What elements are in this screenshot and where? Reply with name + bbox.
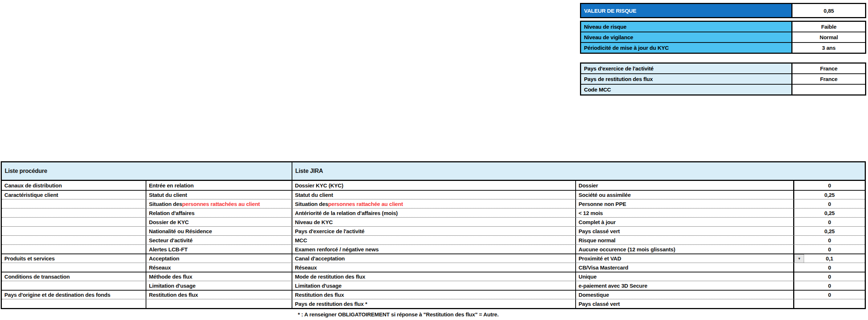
kyc-period-label-cell: Périodicité de mise à jour du KYC: [581, 43, 791, 53]
table-header-row: Liste procédure Liste JIRA: [2, 162, 865, 181]
jira-answer-cell[interactable]: Pays classé vert: [575, 227, 793, 235]
category-cell: Conditions de transaction: [2, 272, 146, 281]
jira-item-cell: Statut du client: [292, 191, 575, 199]
risk-levels-table: Niveau de risque Faible Niveau de vigila…: [580, 21, 866, 54]
score-cell[interactable]: 0: [793, 245, 865, 254]
table-row: Secteur d'activité MCC Risque normal 0: [2, 235, 865, 244]
vigilance-level-label-cell: Niveau de vigilance: [581, 32, 791, 42]
jira-item-prefix: Situation des: [295, 201, 328, 207]
category-cell: [2, 263, 146, 272]
table-row: Pays de restitution des flux * Pays clas…: [2, 299, 865, 308]
mcc-code-value-cell[interactable]: [791, 85, 865, 94]
jira-item-cell: Examen renforcé / négative news: [292, 245, 575, 254]
jira-answer-cell[interactable]: < 12 mois: [575, 208, 793, 217]
table-row: Nationalité ou Résidence Pays d'exercice…: [2, 226, 865, 235]
jira-item-cell: Limitation d'usage: [292, 281, 575, 290]
jira-answer-cell[interactable]: Proximité et VAD: [575, 254, 793, 263]
vigilance-level-value-cell[interactable]: Normal: [791, 32, 865, 42]
risk-value-cell[interactable]: 0,85: [791, 4, 865, 17]
jira-item-cell: Canal d'acceptation: [292, 254, 575, 263]
risk-criteria-table: Liste procédure Liste JIRA Canaux de dis…: [1, 161, 866, 309]
score-cell[interactable]: 0: [793, 272, 865, 281]
category-cell: [2, 199, 146, 208]
chevron-down-icon: ▼: [798, 257, 801, 260]
procedure-item-cell: Statut du client: [146, 191, 292, 199]
jira-answer-cell[interactable]: Dossier: [575, 181, 793, 190]
table-row: Limitation d'usage Limitation d'usage e-…: [2, 281, 865, 290]
procedure-item-cell: Limitation d'usage: [146, 281, 292, 290]
category-cell: [2, 245, 146, 254]
risk-value-table: VALEUR DE RISQUE 0,85: [580, 3, 866, 18]
procedure-item-prefix: Situation des: [149, 201, 182, 207]
score-cell[interactable]: [793, 299, 865, 308]
procedure-item-cell: Situation des personnes rattachées au cl…: [146, 199, 292, 208]
jira-item-cell: Mode de restitution des flux: [292, 272, 575, 281]
score-cell[interactable]: 0: [793, 199, 865, 208]
score-cell[interactable]: 0: [793, 236, 865, 244]
jira-item-cell: Restitution des flux: [292, 291, 575, 299]
activity-country-value-cell[interactable]: France: [791, 64, 865, 73]
jira-answer-cell[interactable]: Pays classé vert: [575, 299, 793, 308]
procedure-item-cell: Alertes LCB-FT: [146, 245, 292, 254]
procedure-item-cell: Acceptation: [146, 254, 292, 263]
jira-item-cell: Dossier KYC (KYC): [292, 181, 575, 190]
score-cell[interactable]: 0,1 ▼: [793, 254, 865, 263]
jira-answer-cell[interactable]: Personne non PPE: [575, 199, 793, 208]
mcc-code-label-cell: Code MCC: [581, 85, 791, 94]
score-cell[interactable]: 0: [793, 181, 865, 190]
table-row: Réseaux Réseaux CB/Visa Mastercard 0: [2, 263, 865, 272]
score-cell[interactable]: 0,25: [793, 208, 865, 217]
jira-item-cell: Niveau de KYC: [292, 218, 575, 226]
risk-value-row: VALEUR DE RISQUE 0,85: [581, 4, 865, 17]
risk-value-label-cell: VALEUR DE RISQUE: [581, 4, 791, 17]
level-row: Niveau de vigilance Normal: [581, 32, 865, 42]
activity-country-label-cell: Pays d'exercice de l'activité: [581, 64, 791, 73]
risk-level-value-cell[interactable]: Faible: [791, 22, 865, 32]
table-row: Conditions de transaction Méthode des fl…: [2, 272, 865, 281]
score-cell[interactable]: 0,25: [793, 191, 865, 199]
table-row: Relation d'affaires Antériorité de la re…: [2, 208, 865, 217]
procedure-item-red-text: personnes rattachées au client: [182, 201, 260, 207]
procedure-item-cell: Réseaux: [146, 263, 292, 272]
table-row: Pays d'origine et de destination des fon…: [2, 290, 865, 299]
table-row: Alertes LCB-FT Examen renforcé / négativ…: [2, 244, 865, 254]
table-row: Canaux de distribution Entrée en relatio…: [2, 181, 865, 190]
category-cell: [2, 299, 146, 308]
jira-header-cell: Liste JIRA: [292, 162, 865, 180]
jira-item-cell: Pays de restitution des flux *: [292, 299, 575, 308]
jira-answer-cell[interactable]: Unique: [575, 272, 793, 281]
jira-answer-cell[interactable]: Risque normal: [575, 236, 793, 244]
jira-answer-cell[interactable]: Aucune occurence (12 mois glissants): [575, 245, 793, 254]
category-cell: Caractéristique client: [2, 191, 146, 199]
jira-answer-cell[interactable]: Domestique: [575, 291, 793, 299]
procedure-item-cell: Nationalité ou Résidence: [146, 227, 292, 235]
category-cell: [2, 208, 146, 217]
jira-item-cell: Antériorité de la relation d'affaires (m…: [292, 208, 575, 217]
procedure-item-cell: Entrée en relation: [146, 181, 292, 190]
score-cell[interactable]: 0: [793, 291, 865, 299]
jira-answer-cell[interactable]: e-paiement avec 3D Secure: [575, 281, 793, 290]
jira-item-cell: MCC: [292, 236, 575, 244]
flux-country-value-cell[interactable]: France: [791, 74, 865, 84]
spreadsheet-page: VALEUR DE RISQUE 0,85 Niveau de risque F…: [0, 0, 868, 320]
country-row: Code MCC: [581, 84, 865, 94]
score-cell[interactable]: 0: [793, 263, 865, 272]
jira-answer-cell[interactable]: CB/Visa Mastercard: [575, 263, 793, 272]
category-cell: [2, 227, 146, 235]
level-row: Niveau de risque Faible: [581, 22, 865, 32]
country-row: Pays d'exercice de l'activité France: [581, 64, 865, 73]
category-cell: Produits et services: [2, 254, 146, 263]
kyc-period-value-cell[interactable]: 3 ans: [791, 43, 865, 53]
table-row: Produits et services Acceptation Canal d…: [2, 254, 865, 263]
jira-answer-cell[interactable]: Société ou assimilée: [575, 191, 793, 199]
score-cell[interactable]: 0: [793, 281, 865, 290]
jira-answer-cell[interactable]: Complet à jour: [575, 218, 793, 226]
procedure-item-cell: Dossier de KYC: [146, 218, 292, 226]
jira-item-cell: Réseaux: [292, 263, 575, 272]
procedure-header-cell: Liste procédure: [2, 162, 292, 180]
jira-item-cell: Situation des personnes rattachée au cli…: [292, 199, 575, 208]
dropdown-arrow-button[interactable]: ▼: [794, 254, 804, 263]
score-cell[interactable]: 0,25: [793, 227, 865, 235]
flux-country-label-cell: Pays de restitution des flux: [581, 74, 791, 84]
score-cell[interactable]: 0: [793, 218, 865, 226]
